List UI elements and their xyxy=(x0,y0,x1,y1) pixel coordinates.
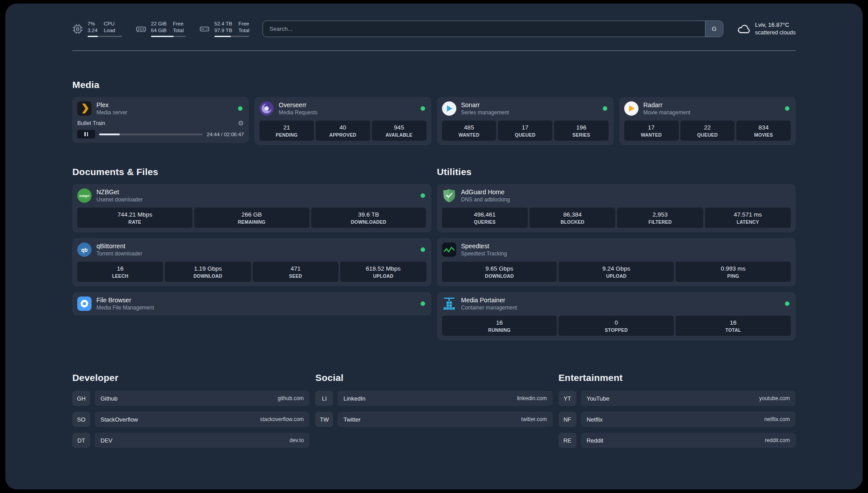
service-card-plex[interactable]: PlexMedia serverBullet Train⚙24:44 / 02:… xyxy=(72,97,249,143)
stat-label: LATENCY xyxy=(707,219,789,225)
bookmark-domain: netflix.com xyxy=(764,416,790,422)
service-title-block: PlexMedia server xyxy=(96,101,127,116)
dashboard-window: 7% 3.24 CPU Load xyxy=(5,4,863,489)
stat-filtered: 2,953FILTERED xyxy=(617,208,703,228)
service-card-qbittorrent[interactable]: qbqBittorrentTorrent downloader16LEECH1.… xyxy=(72,238,431,286)
stat-label: SERIES xyxy=(556,132,607,138)
bookmark-group-entertainment: EntertainmentYTYouTubeyoutube.comNFNetfl… xyxy=(559,372,796,448)
resource-label: CPU xyxy=(104,21,115,27)
stat-leech: 16LEECH xyxy=(77,262,163,282)
bookmark-pill: Twittertwitter.com xyxy=(338,412,552,427)
status-dot xyxy=(785,106,789,111)
bookmark-abbr: TW xyxy=(315,412,333,427)
service-card-file-browser[interactable]: File BrowserMedia File Management xyxy=(72,292,431,315)
service-title-block: NZBGetUsenet downloader xyxy=(96,188,142,203)
stat-label: DOWNLOAD xyxy=(167,273,249,279)
weather-location: Lviv, 16.87°C xyxy=(755,21,796,29)
stat-value: 17 xyxy=(500,124,551,131)
stat-value: 498,461 xyxy=(444,211,526,218)
service-card-header: RadarrMovie management xyxy=(624,101,791,116)
bookmark-stackoverflow[interactable]: SOStackOverflowstackoverflow.com xyxy=(72,412,309,427)
service-description: Series management xyxy=(461,109,509,116)
service-description: Usenet downloader xyxy=(96,196,142,203)
bookmark-netflix[interactable]: NFNetflixnetflix.com xyxy=(559,412,796,427)
bookmark-abbr: RE xyxy=(559,433,576,448)
stat-label: WANTED xyxy=(626,132,677,138)
playback-progress-fill xyxy=(99,134,120,135)
cloud-icon xyxy=(737,22,750,36)
search-provider-button[interactable]: G xyxy=(705,21,723,37)
cpu-widget: 7% 3.24 CPU Load xyxy=(72,21,122,37)
stat-label: REMAINING xyxy=(196,219,308,225)
memory-icon xyxy=(136,24,146,34)
service-title-block: AdGuard HomeDNS and adblocking xyxy=(461,188,510,203)
bookmark-twitter[interactable]: TWTwittertwitter.com xyxy=(315,412,552,427)
bookmark-domain: dev.to xyxy=(290,437,304,443)
service-card-radarr[interactable]: RadarrMovie management17WANTED22QUEUED83… xyxy=(619,97,796,145)
service-card-header: OverseerrMedia Requests xyxy=(259,101,426,116)
stat-wanted: 17WANTED xyxy=(624,121,679,141)
service-card-speedtest[interactable]: SpeedtestSpeedtest Tracking9.65 GbpsDOWN… xyxy=(437,238,796,286)
stat-value: 16 xyxy=(444,319,555,326)
bookmark-abbr: SO xyxy=(72,412,90,427)
speedtest-icon xyxy=(442,242,456,257)
playback-time: 24:44 / 02:06:47 xyxy=(207,132,244,137)
stat-value: 9.65 Gbps xyxy=(444,265,555,272)
stat-rate: 744.21 MbpsRATE xyxy=(77,208,192,228)
middle-columns: Documents & Files nzbgetNZBGetUsenet dow… xyxy=(72,167,796,340)
bookmark-dev[interactable]: DTDEVdev.to xyxy=(72,433,309,448)
service-card-nzbget[interactable]: nzbgetNZBGetUsenet downloader744.21 Mbps… xyxy=(72,184,431,232)
bookmark-abbr: YT xyxy=(559,391,576,406)
bookmark-reddit[interactable]: RERedditreddit.com xyxy=(559,433,796,448)
service-title-block: File BrowserMedia File Management xyxy=(96,297,154,311)
service-description: Media File Management xyxy=(96,305,154,311)
stat-queries: 498,461QUERIES xyxy=(442,208,528,228)
disk-usage-bar xyxy=(214,36,249,37)
bookmark-name: StackOverflow xyxy=(100,416,138,423)
service-name: Radarr xyxy=(643,101,690,109)
weather-condition: scattered clouds xyxy=(755,29,796,37)
stat-value: 196 xyxy=(556,124,607,131)
gear-icon[interactable]: ⚙ xyxy=(238,120,244,126)
service-stats: 9.65 GbpsDOWNLOAD9.24 GbpsUPLOAD0.993 ms… xyxy=(442,262,791,282)
pause-button[interactable] xyxy=(77,130,95,138)
service-title-block: OverseerrMedia Requests xyxy=(279,101,317,116)
bookmark-github[interactable]: GHGithubgithub.com xyxy=(72,391,309,406)
stat-download: 9.65 GbpsDOWNLOAD xyxy=(442,262,557,282)
stat-approved: 40APPROVED xyxy=(316,121,370,141)
media-cards: PlexMedia serverBullet Train⚙24:44 / 02:… xyxy=(72,97,796,145)
playback-progress-bar[interactable] xyxy=(99,134,203,135)
service-card-media-portainer[interactable]: Media PortainerContainer management16RUN… xyxy=(437,292,796,340)
stat-label: QUERIES xyxy=(444,219,526,225)
service-description: DNS and adblocking xyxy=(461,196,510,203)
service-card-overseerr[interactable]: OverseerrMedia Requests21PENDING40APPROV… xyxy=(255,97,431,145)
stat-label: APPROVED xyxy=(317,132,368,138)
stat-label: MOVIES xyxy=(738,132,789,138)
service-description: Speedtest Tracking xyxy=(461,251,507,257)
bookmark-youtube[interactable]: YTYouTubeyoutube.com xyxy=(559,391,796,406)
bookmark-domain: reddit.com xyxy=(765,437,790,443)
stat-value: 21 xyxy=(261,124,312,131)
portainer-icon xyxy=(442,297,456,311)
status-dot xyxy=(603,106,607,111)
service-card-adguard-home[interactable]: AdGuard HomeDNS and adblocking498,461QUE… xyxy=(437,184,796,232)
group-documents-files: Documents & Files nzbgetNZBGetUsenet dow… xyxy=(72,167,431,315)
stat-label: PING xyxy=(677,273,789,279)
service-description: Movie management xyxy=(643,109,690,116)
stat-value: 16 xyxy=(79,265,161,272)
service-name: NZBGet xyxy=(96,188,142,196)
stat-label: WANTED xyxy=(444,132,495,138)
search-input[interactable] xyxy=(263,21,705,37)
stat-label: UPLOAD xyxy=(342,273,424,279)
service-name: Overseerr xyxy=(279,101,317,109)
service-card-sonarr[interactable]: SonarrSeries management485WANTED17QUEUED… xyxy=(437,97,613,145)
stat-label: AVAILABLE xyxy=(374,132,425,138)
group-title-utilities: Utilities xyxy=(437,167,796,177)
stat-label: DOWNLOADED xyxy=(313,219,425,225)
service-description: Container management xyxy=(461,305,517,311)
stat-label: RUNNING xyxy=(444,327,555,333)
bookmark-name: Netflix xyxy=(587,416,603,423)
stat-downloaded: 39.6 TBDOWNLOADED xyxy=(311,208,426,228)
bookmark-linkedin[interactable]: LILinkedInlinkedin.com xyxy=(315,391,552,406)
stat-value: 47.571 ms xyxy=(707,211,789,218)
